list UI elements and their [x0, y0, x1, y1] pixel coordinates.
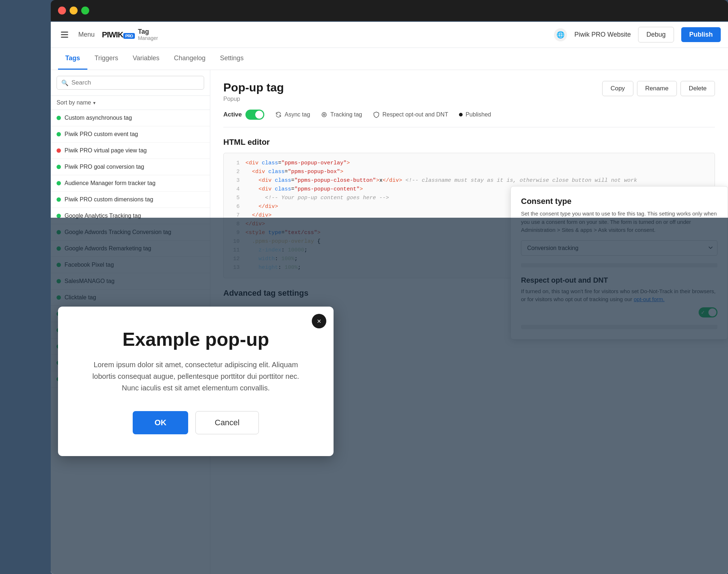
publish-button[interactable]: Publish [681, 27, 721, 42]
minimize-dot[interactable] [70, 7, 78, 15]
sort-arrow-icon: ▾ [93, 100, 96, 106]
tag-item-name: Piwik PRO custom dimensions tag [65, 196, 153, 203]
expand-dot[interactable] [81, 7, 89, 15]
globe-icon[interactable]: 🌐 [554, 28, 567, 41]
search-input[interactable] [71, 79, 199, 86]
tag-header: Pop-up tag Popup Copy Rename Delete [223, 81, 715, 102]
popup-title: Example pop-up [87, 328, 305, 350]
tab-triggers[interactable]: Triggers [87, 48, 125, 70]
tag-list-item[interactable]: Piwik PRO custom event tag [51, 126, 210, 143]
tag-status-dot [57, 116, 61, 120]
tag-status-dot [57, 148, 61, 153]
menu-label: Menu [78, 31, 95, 38]
rename-button[interactable]: Rename [637, 81, 677, 96]
tabs-bar: Tags Triggers Variables Changelog Settin… [51, 48, 728, 70]
popup-body: Lorem ipsum dolor sit amet, consectetur … [87, 359, 305, 394]
tag-title: Pop-up tag [223, 81, 602, 94]
respect-dnt-label: Respect opt-out and DNT [382, 111, 448, 118]
debug-button[interactable]: Debug [638, 27, 674, 42]
tag-title-area: Pop-up tag Popup [223, 81, 602, 102]
pro-badge: PRO [123, 33, 135, 39]
search-input-wrap[interactable]: 🔍 [57, 76, 204, 90]
tag-list-item[interactable]: Piwik PRO virtual page view tag [51, 143, 210, 159]
tag-item-name: Piwik PRO virtual page view tag [65, 147, 147, 154]
tag-item-name: Piwik PRO custom event tag [65, 131, 138, 138]
tag-item-name: Audience Manager form tracker tag [65, 180, 156, 186]
toggle-knob [255, 111, 263, 119]
window-chrome [51, 0, 728, 21]
copy-button[interactable]: Copy [602, 81, 633, 96]
search-box: 🔍 [51, 70, 210, 96]
tag-list-item[interactable]: Audience Manager form tracker tag [51, 175, 210, 192]
product-label: Tag [138, 28, 158, 36]
tab-variables[interactable]: Variables [125, 48, 167, 70]
html-editor-title: HTML editor [223, 138, 715, 147]
tag-item-name: Piwik PRO goal conversion tag [65, 164, 144, 170]
respect-dnt-item: Respect opt-out and DNT [373, 111, 448, 118]
search-icon: 🔍 [61, 79, 69, 86]
popup-buttons: OK Cancel [87, 411, 305, 434]
tag-subtitle: Popup [223, 96, 602, 102]
sort-bar[interactable]: Sort by name ▾ [51, 96, 210, 110]
sort-label: Sort by name [57, 99, 91, 106]
tag-status-dot [57, 132, 61, 136]
code-line-2: 2 <div class="ppms-popup-box"> [229, 168, 709, 176]
popup-cancel-button[interactable]: Cancel [195, 411, 258, 434]
site-name: Piwik PRO Website [574, 31, 631, 38]
published-item: Published [459, 111, 491, 118]
menu-icon[interactable] [58, 29, 71, 41]
async-tag-item: Async tag [275, 111, 310, 118]
tag-status-dot [57, 165, 61, 169]
close-dot[interactable] [58, 7, 66, 15]
svg-point-1 [323, 114, 325, 116]
code-line-3: 3 <div class="ppms-popup-close-button">x… [229, 176, 709, 185]
tag-item-name: Custom asynchronous tag [65, 115, 132, 121]
tab-tags[interactable]: Tags [58, 48, 87, 70]
status-bar: Active Async tag Tracking tag Respect op… [223, 110, 715, 127]
code-line-1: 1 <div class="ppms-popup-overlay"> [229, 159, 709, 168]
active-toggle[interactable]: Active [223, 110, 264, 120]
tag-status-dot [57, 197, 61, 202]
published-dot [459, 113, 463, 116]
tag-actions: Copy Rename Delete [602, 81, 715, 96]
logo-area: PIWIKPRO Tag Manager [102, 28, 158, 41]
popup-dialog: × Example pop-up Lorem ipsum dolor sit a… [58, 307, 334, 456]
top-nav: Menu PIWIKPRO Tag Manager 🌐 Piwik PRO We… [51, 22, 728, 48]
tab-settings[interactable]: Settings [213, 48, 251, 70]
delete-button[interactable]: Delete [681, 81, 715, 96]
svg-point-0 [322, 112, 326, 117]
tag-list-item[interactable]: Piwik PRO goal conversion tag [51, 159, 210, 175]
tracking-label: Tracking tag [330, 111, 362, 118]
tag-list-item[interactable]: Custom asynchronous tag [51, 110, 210, 126]
logo-text: PIWIKPRO [102, 30, 135, 40]
published-label: Published [466, 111, 491, 118]
tag-status-dot [57, 181, 61, 185]
popup-overlay: × Example pop-up Lorem ipsum dolor sit a… [51, 218, 728, 574]
active-label: Active [223, 111, 242, 118]
app-window: Menu PIWIKPRO Tag Manager 🌐 Piwik PRO We… [51, 22, 728, 574]
popup-close-button[interactable]: × [312, 314, 326, 328]
consent-title: Consent type [521, 197, 717, 206]
tag-list-item[interactable]: Piwik PRO custom dimensions tag [51, 192, 210, 208]
async-icon [275, 111, 282, 118]
async-label: Async tag [285, 111, 310, 118]
toggle-switch[interactable] [245, 110, 264, 120]
product-sub-label: Manager [138, 36, 158, 41]
tracking-icon [321, 111, 327, 118]
shield-icon [373, 111, 380, 118]
popup-ok-button[interactable]: OK [133, 411, 188, 434]
tab-changelog[interactable]: Changelog [167, 48, 213, 70]
tracking-tag-item: Tracking tag [321, 111, 362, 118]
